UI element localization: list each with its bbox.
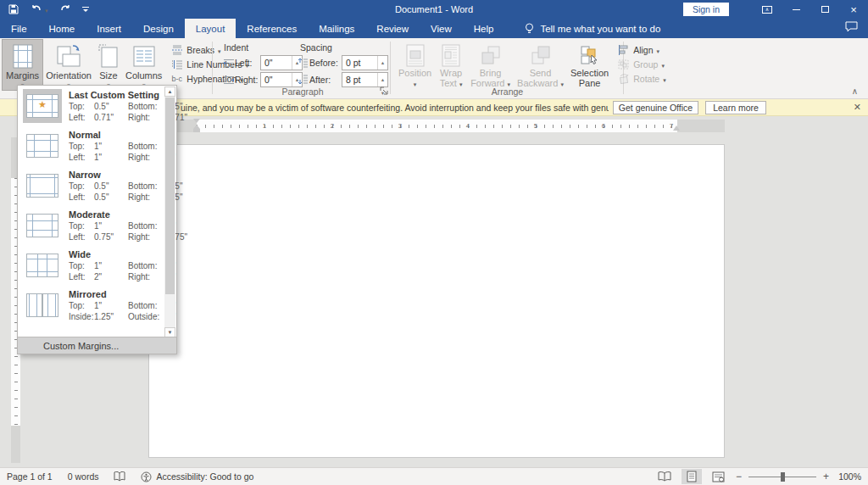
maximize-button[interactable] (810, 0, 839, 19)
columns-label: Columns (125, 70, 162, 81)
margins-option-normal[interactable]: Normal Top:1"Bottom:1" Left:1"Right:1" (18, 125, 176, 165)
margin-label: Left: (69, 271, 94, 282)
ruler-number: 5 (534, 122, 537, 130)
tab-file[interactable]: File (0, 19, 38, 38)
document-page[interactable] (148, 144, 725, 458)
margins-option-mirrored[interactable]: Mirrored Top:1"Bottom:1" Inside:1.25"Out… (18, 285, 176, 325)
bring-forward-label-1: Bring (480, 68, 502, 78)
banner-close-icon[interactable]: ✕ (854, 102, 861, 113)
ribbon-display-options-icon[interactable]: ∧ (753, 0, 782, 19)
minimize-button[interactable] (782, 0, 810, 19)
margin-value: 1" (94, 220, 128, 231)
left-indent-marker[interactable] (193, 129, 200, 132)
narrow-margins-icon (26, 174, 58, 198)
spinner-arrows[interactable]: ▲▼ (377, 73, 387, 86)
tab-layout[interactable]: Layout (185, 19, 236, 38)
mirrored-margins-icon (26, 293, 58, 317)
accessibility-label: Accessibility: Good to go (156, 471, 253, 482)
indent-left-icon (222, 58, 235, 69)
learn-more-button[interactable]: Learn more (705, 101, 766, 114)
group-icon (617, 59, 630, 70)
margin-label: Left: (69, 152, 94, 163)
save-icon[interactable] (8, 4, 19, 14)
word-count[interactable]: 0 words (68, 471, 99, 482)
margins-option-narrow[interactable]: Narrow Top:0.5"Bottom:0.5" Left:0.5"Righ… (18, 165, 176, 205)
page-count[interactable]: Page 1 of 1 (7, 471, 53, 482)
margins-option-moderate[interactable]: Moderate Top:1"Bottom:1" Left:0.75"Right… (18, 205, 176, 245)
spacing-before-input[interactable]: 0 pt ▲▼ (342, 55, 388, 70)
margin-value: 0.5" (94, 181, 128, 192)
margin-value: 1" (94, 300, 128, 311)
zoom-in-icon[interactable]: + (823, 471, 829, 482)
horizontal-ruler[interactable]: 1 2 3 4 5 6 7 (148, 120, 725, 132)
margins-option-wide[interactable]: Wide Top:1"Bottom:1" Left:2"Right:2" (18, 245, 176, 285)
columns-button[interactable]: Columns (122, 40, 165, 90)
tab-mailings[interactable]: Mailings (308, 19, 365, 38)
close-button[interactable]: × (839, 0, 868, 19)
right-indent-marker[interactable] (673, 125, 680, 131)
scroll-up-icon[interactable]: ▲ (164, 86, 175, 97)
custom-margins-item[interactable]: Custom Margins... (18, 337, 176, 354)
align-button[interactable]: Align (617, 44, 665, 55)
tab-help[interactable]: Help (463, 19, 505, 38)
paragraph-group-label: Paragraph (214, 86, 392, 97)
get-genuine-office-button[interactable]: Get genuine Office (613, 101, 698, 114)
tell-me-box[interactable]: Tell me what you want to do (525, 19, 660, 38)
spacing-after-label: After: (309, 75, 342, 85)
tab-home[interactable]: Home (38, 19, 86, 38)
feedback-icon[interactable] (845, 21, 858, 32)
margin-label: Bottom: (128, 220, 168, 231)
zoom-out-icon[interactable]: − (736, 471, 742, 482)
zoom-slider-thumb[interactable] (781, 472, 785, 482)
accessibility-status[interactable]: Accessibility: Good to go (141, 471, 253, 482)
selection-pane-button[interactable]: SelectionPane (567, 40, 612, 90)
tab-design[interactable]: Design (132, 19, 185, 38)
proofing-icon[interactable] (114, 471, 125, 482)
tab-review[interactable]: Review (365, 19, 420, 38)
indent-title: Indent (224, 42, 248, 53)
margin-label: Left: (69, 192, 94, 203)
tab-view[interactable]: View (420, 19, 463, 38)
margins-option-last-custom[interactable]: Last Custom Setting Top:0.5"Bottom:0.5" … (18, 86, 176, 125)
collapse-ribbon-icon[interactable]: ∧ (852, 86, 858, 96)
margins-button[interactable]: Margins (3, 40, 42, 90)
web-layout-button[interactable] (709, 469, 729, 484)
banner-message: uine, and you may be a victim of softwar… (181, 103, 609, 113)
print-layout-button[interactable] (682, 469, 702, 484)
scrollbar-thumb[interactable] (165, 98, 175, 294)
spinner-arrows[interactable]: ▲▼ (377, 56, 387, 70)
zoom-level[interactable]: 100% (836, 471, 861, 482)
margin-label: Bottom: (128, 181, 168, 192)
undo-icon[interactable] (31, 4, 48, 14)
lightbulb-icon (525, 23, 534, 35)
bring-forward-icon (481, 42, 501, 68)
spacing-after-input[interactable]: 8 pt ▲▼ (342, 72, 388, 87)
quick-access-toolbar (8, 4, 89, 14)
customize-qat-icon[interactable] (82, 6, 89, 13)
margins-option-name: Wide (69, 249, 175, 260)
selection-pane-icon (580, 42, 600, 68)
spacing-before-icon (297, 58, 309, 69)
size-button[interactable]: Size (95, 40, 122, 90)
orientation-button[interactable]: Orientation (42, 40, 95, 90)
redo-icon[interactable] (60, 5, 70, 14)
margin-value: 1.25" (94, 311, 128, 322)
title-bar: Document1 - Word Sign in ∧ × (0, 0, 868, 19)
ribbon-tab-row: File Home Insert Design Layout Reference… (0, 19, 868, 38)
send-backward-button: SendBackward (514, 40, 567, 92)
position-button: Position (395, 40, 435, 90)
wrap-text-icon (442, 42, 460, 68)
tab-insert[interactable]: Insert (86, 19, 132, 38)
margins-option-name: Mirrored (69, 289, 175, 300)
read-mode-button[interactable] (654, 469, 675, 484)
zoom-slider[interactable] (748, 477, 816, 477)
sign-in-button[interactable]: Sign in (683, 3, 729, 16)
paragraph-dialog-launcher[interactable] (380, 86, 389, 96)
indent-right-value: 0" (264, 75, 273, 85)
margin-label: Top: (69, 300, 94, 311)
arrange-group-label: Arrange (392, 86, 623, 97)
tab-references[interactable]: References (236, 19, 308, 38)
first-line-indent-marker[interactable] (193, 119, 200, 123)
menu-scrollbar[interactable]: ▲ ▼ (164, 86, 175, 337)
chevron-down-icon (663, 74, 666, 84)
